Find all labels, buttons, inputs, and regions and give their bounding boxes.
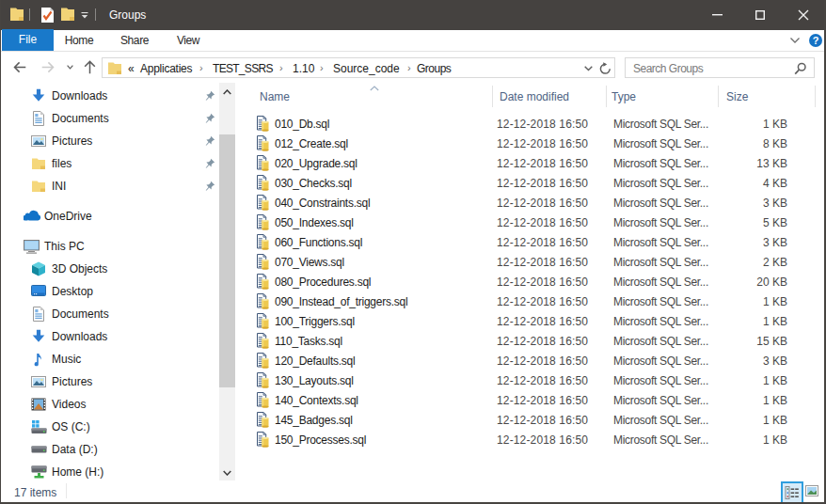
svg-text:?: ? (813, 35, 819, 46)
